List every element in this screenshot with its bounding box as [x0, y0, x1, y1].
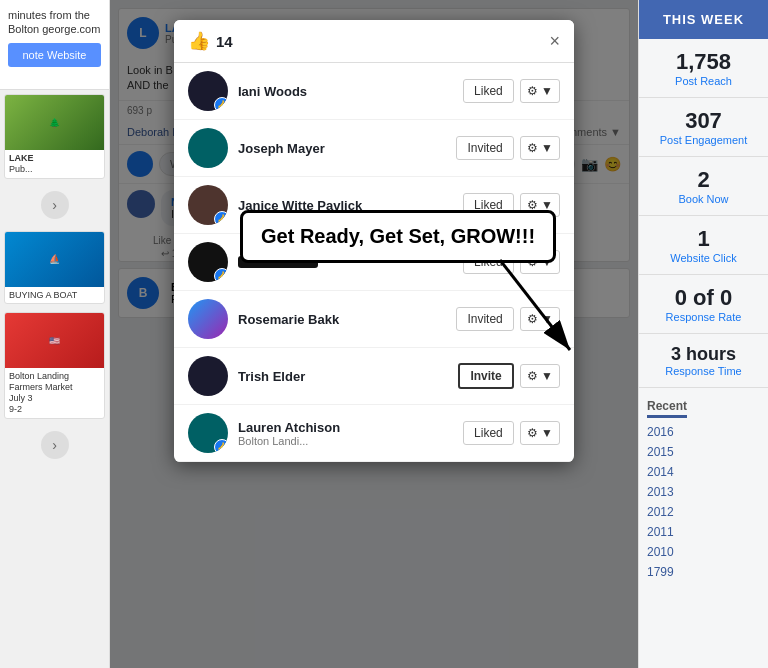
feed-chevron-2[interactable]: › [0, 423, 109, 467]
right-sidebar: THIS WEEK 1,758 Post Reach 307 Post Enga… [638, 0, 768, 668]
week-stat-book-now: 2 Book Now [639, 157, 768, 216]
website-click-label: Website Click [647, 252, 760, 264]
response-time-value: 3 hours [647, 344, 760, 365]
user-action-btn-7[interactable]: Liked [463, 421, 514, 445]
book-now-label: Book Now [647, 193, 760, 205]
left-sidebar: minutes from the Bolton george.com note … [0, 0, 110, 668]
like-badge-3: 👍 [214, 211, 228, 225]
user-action-btn-1[interactable]: Liked [463, 79, 514, 103]
like-badge-1: 👍 [214, 97, 228, 111]
user-avatar-7: 👍 [188, 413, 228, 453]
week-stat-response-time: 3 hours Response Time [639, 334, 768, 388]
left-feed-item-1[interactable]: 🌲 LAKE Pub... [4, 94, 105, 179]
recent-section: Recent 2016 2015 2014 2013 2012 2011 201… [639, 388, 768, 590]
response-rate-value: 0 of 0 [647, 285, 760, 311]
sidebar-description: minutes from the Bolton george.com [8, 9, 100, 35]
post-reach-value: 1,758 [647, 49, 760, 75]
user-avatar-4: 👍 [188, 242, 228, 282]
recent-year-2015[interactable]: 2015 [647, 442, 760, 462]
post-engagement-label: Post Engagement [647, 134, 760, 146]
gear-dropdown-2[interactable]: ⚙ ▼ [520, 136, 560, 160]
book-now-value: 2 [647, 167, 760, 193]
recent-year-2016[interactable]: 2016 [647, 422, 760, 442]
user-info-2: Joseph Mayer [238, 141, 456, 156]
feed-chevron-1[interactable]: › [0, 183, 109, 227]
user-info-7: Lauren Atchison Bolton Landi... [238, 420, 463, 447]
gear-button-7[interactable]: ⚙ ▼ [520, 421, 560, 445]
modal-user-item-7: 👍 Lauren Atchison Bolton Landi... Liked … [174, 405, 574, 462]
post-engagement-value: 307 [647, 108, 760, 134]
user-info-6: Trish Elder [238, 369, 458, 384]
user-avatar-3: 👍 [188, 185, 228, 225]
user-name-7: Lauren Atchison [238, 420, 463, 435]
user-name-2: Joseph Mayer [238, 141, 456, 156]
user-avatar-2 [188, 128, 228, 168]
recent-year-2010[interactable]: 2010 [647, 542, 760, 562]
week-stat-response-rate: 0 of 0 Response Rate [639, 275, 768, 334]
user-avatar-1: 👍 [188, 71, 228, 111]
modal-like-count: 14 [216, 33, 549, 50]
left-feed-area: 🌲 LAKE Pub... › ⛵ BUYING A BOAT 🇺🇸 Bolto… [0, 90, 109, 668]
like-badge-4: 👍 [214, 268, 228, 282]
recent-year-1799[interactable]: 1799 [647, 562, 760, 582]
gear-dropdown-1[interactable]: ⚙ ▼ [520, 79, 560, 103]
feed-item-img-3: 🇺🇸 [5, 313, 104, 368]
recent-year-2013[interactable]: 2013 [647, 482, 760, 502]
user-sub-7: Bolton Landi... [238, 435, 463, 447]
user-name-5: Rosemarie Bakk [238, 312, 456, 327]
recent-year-2011[interactable]: 2011 [647, 522, 760, 542]
this-week-header: THIS WEEK [639, 0, 768, 39]
recent-title: Recent [647, 399, 687, 418]
recent-years-list: 2016 2015 2014 2013 2012 2011 2010 1799 [647, 422, 760, 582]
recent-year-2014[interactable]: 2014 [647, 462, 760, 482]
user-info-5: Rosemarie Bakk [238, 312, 456, 327]
week-stat-website-click: 1 Website Click [639, 216, 768, 275]
user-avatar-5 [188, 299, 228, 339]
modal-header: 👍 14 × [174, 20, 574, 63]
user-name-6: Trish Elder [238, 369, 458, 384]
callout-arrow [480, 250, 600, 370]
recent-year-2012[interactable]: 2012 [647, 502, 760, 522]
chevron-right-icon: › [41, 431, 69, 459]
main-content: L LAKE Pub... · promoted Look in BAND th… [110, 0, 638, 668]
modal-user-item-1: 👍 Iani Woods Liked ⚙ ▼ [174, 63, 574, 120]
gear-button-2[interactable]: ⚙ ▼ [520, 136, 560, 160]
feed-item-text-3: Bolton Landing Farmers MarketJuly 39-2 [5, 368, 104, 417]
response-rate-label: Response Rate [647, 311, 760, 323]
svg-line-1 [500, 260, 570, 350]
user-avatar-6 [188, 356, 228, 396]
website-click-value: 1 [647, 226, 760, 252]
promote-button[interactable]: note Website [8, 43, 101, 67]
gear-button-1[interactable]: ⚙ ▼ [520, 79, 560, 103]
chevron-down-icon: › [41, 191, 69, 219]
feed-item-img-2: ⛵ [5, 232, 104, 287]
thumbs-up-icon: 👍 [188, 30, 210, 52]
response-time-label: Response Time [647, 365, 760, 377]
like-badge-7: 👍 [214, 439, 228, 453]
week-stat-post-engagement: 307 Post Engagement [639, 98, 768, 157]
user-info-1: Iani Woods [238, 84, 463, 99]
week-stat-post-reach: 1,758 Post Reach [639, 39, 768, 98]
feed-item-text-1: LAKE Pub... [5, 150, 104, 178]
feed-item-text-2: BUYING A BOAT [5, 287, 104, 304]
modal-close-button[interactable]: × [549, 31, 560, 52]
callout-text: Get Ready, Get Set, GROW!!! [261, 225, 535, 247]
sidebar-top-text: minutes from the Bolton george.com note … [0, 0, 109, 90]
modal-user-item-2: Joseph Mayer Invited ⚙ ▼ [174, 120, 574, 177]
post-reach-label: Post Reach [647, 75, 760, 87]
left-feed-item-3[interactable]: 🇺🇸 Bolton Landing Farmers MarketJuly 39-… [4, 312, 105, 418]
user-name-1: Iani Woods [238, 84, 463, 99]
feed-item-img-1: 🌲 [5, 95, 104, 150]
gear-dropdown-7[interactable]: ⚙ ▼ [520, 421, 560, 445]
user-action-btn-2[interactable]: Invited [456, 136, 513, 160]
left-feed-item-2[interactable]: ⛵ BUYING A BOAT [4, 231, 105, 305]
